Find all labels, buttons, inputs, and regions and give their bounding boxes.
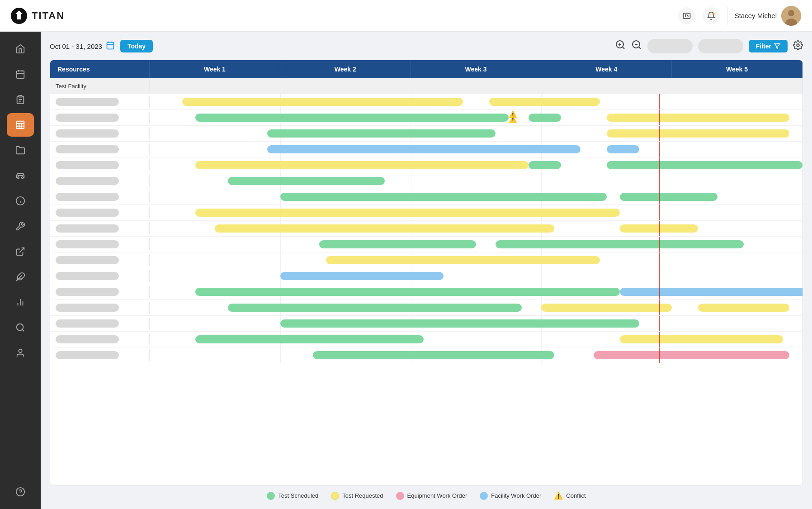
gantt-bar-green[interactable]	[195, 335, 424, 343]
gantt-row-label-placeholder	[56, 240, 119, 248]
gantt-bar-green[interactable]	[195, 288, 620, 296]
gantt-row-11	[50, 252, 803, 268]
gantt-bar-green[interactable]	[313, 351, 554, 359]
today-line	[659, 237, 660, 252]
gantt-bar-yellow[interactable]	[541, 304, 672, 312]
today-line	[659, 268, 660, 284]
legend-facility-wo: Facility Work Order	[480, 492, 541, 500]
gantt-bar-yellow[interactable]	[195, 161, 528, 169]
gantt-row-content-10	[150, 237, 803, 252]
user-profile[interactable]: Stacey Michel	[735, 6, 801, 26]
logo-area: TITAN	[11, 8, 65, 24]
gantt-bar-green[interactable]	[496, 240, 744, 248]
today-button[interactable]: Today	[120, 40, 153, 52]
gantt-row-label-15	[50, 318, 150, 329]
legend-label-facility-wo: Facility Work Order	[491, 492, 541, 499]
gantt-bar-green[interactable]	[529, 161, 561, 169]
svg-point-25	[17, 324, 24, 331]
settings-button[interactable]	[793, 40, 803, 52]
gantt-bar-green[interactable]	[607, 161, 803, 169]
legend-test-requested: Test Requested	[331, 492, 383, 500]
gantt-bar-yellow[interactable]	[489, 98, 600, 106]
filter-button[interactable]: Filter	[749, 40, 788, 52]
gantt-bar-pink[interactable]	[594, 351, 789, 359]
info-icon	[15, 196, 25, 206]
sidebar-item-info[interactable]	[7, 189, 34, 213]
gantt-bar-green[interactable]	[620, 193, 718, 201]
gantt-bar-green[interactable]	[267, 129, 496, 138]
gantt-row-label-6	[50, 175, 150, 187]
svg-point-42	[797, 44, 799, 47]
gantt-bar-yellow[interactable]	[215, 224, 554, 233]
gantt-row-10	[50, 237, 803, 252]
gantt-row-label-facility: Test Facility	[50, 81, 150, 91]
sidebar-item-search[interactable]	[7, 316, 34, 339]
clipboard-icon	[15, 95, 25, 105]
gantt-bar-yellow[interactable]	[607, 114, 789, 122]
gantt-bar-blue[interactable]	[607, 145, 639, 153]
gantt-bar-yellow[interactable]	[620, 335, 783, 343]
gantt-bar-blue[interactable]	[620, 288, 803, 296]
sidebar-item-calendar[interactable]	[7, 62, 34, 86]
gantt-row-label-placeholder	[56, 98, 119, 106]
translate-button[interactable]	[678, 7, 695, 24]
calendar-picker-button[interactable]	[106, 41, 115, 52]
legend-label-equipment-wo: Equipment Work Order	[407, 492, 467, 499]
sidebar-item-external[interactable]	[7, 240, 34, 263]
conflict-icon: ⚠️	[509, 115, 517, 124]
gantt-bar-yellow[interactable]	[607, 129, 789, 138]
today-line	[659, 300, 660, 315]
gantt-row-label-placeholder	[56, 193, 119, 201]
gantt-row-content-16	[150, 332, 803, 347]
gantt-row-content-17	[150, 347, 803, 363]
gantt-week-4: Week 4	[541, 60, 672, 78]
sidebar-item-folder[interactable]	[7, 138, 34, 162]
date-range: Oct 01 - 31, 2023	[50, 41, 115, 52]
gantt-bar-blue[interactable]	[267, 145, 581, 153]
resources-header-label: Resources	[57, 66, 90, 73]
zoom-out-button[interactable]	[631, 39, 642, 53]
gantt-bar-green[interactable]	[280, 319, 639, 328]
zoom-in-button[interactable]	[615, 39, 626, 53]
sidebar-item-home[interactable]	[7, 37, 34, 61]
conflict-triangle-icon: ⚠️	[554, 491, 563, 500]
today-line	[659, 221, 660, 236]
gantt-row-label-9	[50, 223, 150, 234]
sidebar-item-clipboard[interactable]	[7, 88, 34, 111]
gantt-bar-yellow[interactable]	[182, 98, 463, 106]
gantt-bar-green[interactable]	[529, 114, 561, 122]
gantt-row-label-13	[50, 286, 150, 298]
gantt-bar-green[interactable]	[195, 114, 509, 122]
legend-dot-blue	[480, 492, 488, 500]
sidebar-item-vehicle[interactable]	[7, 164, 34, 187]
gantt-bar-yellow[interactable]	[195, 209, 620, 217]
sidebar-item-user[interactable]	[7, 341, 34, 365]
gantt-body: Test Facility ⚠️⚠️	[50, 78, 803, 485]
gantt-bar-green[interactable]	[228, 177, 385, 185]
gantt-bar-green[interactable]	[319, 240, 476, 248]
gantt-bar-blue[interactable]	[280, 272, 444, 280]
notification-button[interactable]	[703, 7, 720, 24]
gantt-bar-green[interactable]	[228, 304, 522, 312]
sidebar-item-help[interactable]	[7, 480, 34, 504]
gantt-row-content-11	[150, 252, 803, 268]
gantt-row-label-placeholder	[56, 145, 119, 153]
gantt-grid-line	[280, 252, 281, 268]
gantt-bar-yellow[interactable]	[326, 256, 600, 264]
svg-point-14	[18, 177, 19, 179]
sidebar-item-tools[interactable]	[7, 214, 34, 238]
legend-dot-green	[267, 492, 275, 500]
gantt-bar-yellow[interactable]	[698, 304, 789, 312]
gantt-row-label-1	[50, 96, 150, 108]
gantt-row-label-2	[50, 112, 150, 124]
sidebar-item-puzzle[interactable]	[7, 265, 34, 289]
svg-point-2	[712, 12, 714, 14]
svg-line-39	[638, 47, 640, 49]
today-line	[659, 284, 660, 300]
gantt-row-label-placeholder	[56, 256, 119, 264]
calendar-icon	[15, 69, 25, 79]
toolbar-pill-2	[698, 39, 743, 53]
sidebar-item-building[interactable]	[7, 113, 34, 137]
sidebar-item-analytics[interactable]	[7, 290, 34, 314]
gantt-bar-green[interactable]	[280, 193, 607, 201]
